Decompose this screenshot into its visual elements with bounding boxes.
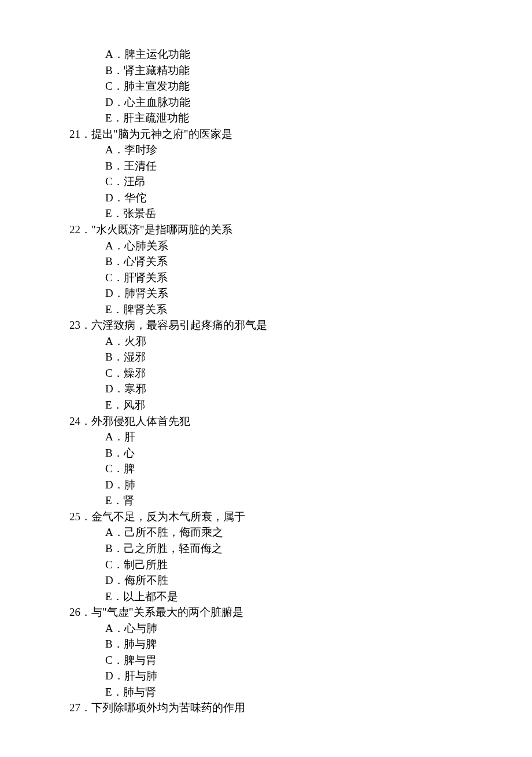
option: D．肺 [69, 477, 492, 493]
option-text: 风邪 [123, 399, 145, 411]
option-text: 汪昂 [124, 175, 146, 188]
option-label: A． [105, 144, 124, 156]
option: E．风邪 [69, 397, 492, 413]
question-stem: 22．"水火既济"是指哪两脏的关系 [69, 222, 492, 238]
option: C．制己所胜 [69, 557, 492, 573]
option: A．李时珍 [69, 142, 492, 158]
option-text: 心肾关系 [124, 255, 168, 267]
question-number: 27． [69, 701, 91, 714]
option-text: 肝与肺 [124, 670, 157, 682]
lead-option: A．脾主运化功能 [69, 46, 492, 63]
option-label: B． [105, 255, 124, 267]
option-label: A． [105, 240, 124, 252]
option-label: D． [105, 479, 124, 491]
document-content: A．脾主运化功能 B．肾主藏精功能 C．肺主宣发功能 D．心主血脉功能 E．肝主… [40, 46, 492, 716]
question-number: 25． [69, 510, 91, 523]
option-text: 肺与肾 [123, 686, 156, 698]
option-text: 湿邪 [124, 351, 146, 363]
option-text: 以上都不是 [123, 590, 178, 602]
option-text: 脾与胃 [124, 654, 157, 666]
option-text: 肺主宣发功能 [124, 80, 190, 92]
option: C．脾与胃 [69, 652, 492, 668]
option-text: 心与肺 [124, 622, 157, 634]
option: D．侮所不胜 [69, 572, 492, 589]
option-text: 肾主藏精功能 [124, 64, 190, 76]
option-text: 肝主疏泄功能 [123, 112, 189, 124]
question-text: 外邪侵犯人体首先犯 [91, 415, 190, 427]
option-text: 心肺关系 [124, 240, 168, 252]
option: B．己之所胜，轻而侮之 [69, 541, 492, 557]
option-label: A． [105, 622, 124, 634]
option-text: 华佗 [124, 192, 146, 204]
question-text: 金气不足，反为木气所衰，属于 [91, 510, 245, 523]
option: A．肝 [69, 429, 492, 445]
option-text: 肺 [124, 479, 135, 491]
option: A．心肺关系 [69, 238, 492, 254]
option-label: D． [105, 670, 124, 682]
option: D．华佗 [69, 190, 492, 206]
option: B．王清任 [69, 158, 492, 174]
question-stem: 26．与"气虚"关系最大的两个脏腑是 [69, 604, 492, 620]
question-number: 23． [69, 319, 91, 331]
question-text: "水火既济"是指哪两脏的关系 [91, 223, 232, 236]
question-number: 26． [69, 606, 91, 618]
option-text: 燥邪 [124, 367, 146, 379]
option-label: D． [105, 574, 124, 586]
option-label: D． [105, 96, 124, 108]
option: D．肺肾关系 [69, 285, 492, 302]
option-label: A． [105, 431, 124, 443]
option-label: C． [105, 558, 124, 571]
option-label: D． [105, 287, 124, 299]
option-label: A． [105, 48, 124, 60]
option-text: 己所不胜，侮而乘之 [124, 526, 223, 538]
option: E．张景岳 [69, 205, 492, 222]
option-label: E． [105, 207, 123, 219]
lead-option: D．心主血脉功能 [69, 94, 492, 111]
option-text: 脾主运化功能 [124, 48, 190, 60]
option-text: 肺肾关系 [124, 287, 168, 299]
option-text: 王清任 [124, 160, 157, 172]
option-label: E． [105, 303, 123, 315]
option-text: 脾 [124, 462, 135, 475]
option: C．肝肾关系 [69, 270, 492, 286]
option-label: B． [105, 542, 124, 554]
option-text: 肝肾关系 [124, 271, 168, 284]
option: A．己所不胜，侮而乘之 [69, 524, 492, 541]
option-text: 心 [124, 447, 135, 459]
lead-option: B．肾主藏精功能 [69, 63, 492, 79]
option-label: E． [105, 494, 123, 506]
option-text: 寒邪 [124, 383, 146, 395]
option-label: B． [105, 160, 124, 172]
option-label: B． [105, 638, 124, 650]
option-label: D． [105, 383, 124, 395]
option: C．汪昂 [69, 174, 492, 190]
option-label: C． [105, 80, 124, 92]
lead-option: C．肺主宣发功能 [69, 78, 492, 94]
option-text: 李时珍 [124, 144, 157, 156]
question-stem: 23．六淫致病，最容易引起疼痛的邪气是 [69, 317, 492, 333]
option-label: E． [105, 590, 123, 602]
option-text: 肾 [123, 494, 134, 506]
question-text: 提出"脑为元神之府"的医家是 [91, 128, 232, 140]
option: C．燥邪 [69, 365, 492, 381]
option-label: C． [105, 367, 124, 379]
question-stem: 25．金气不足，反为木气所衰，属于 [69, 509, 492, 525]
option-label: B． [105, 351, 124, 363]
option-label: B． [105, 64, 124, 76]
lead-option: E．肝主疏泄功能 [69, 110, 492, 126]
option-label: A． [105, 335, 124, 347]
question-number: 24． [69, 415, 91, 427]
option-text: 侮所不胜 [124, 574, 168, 586]
option: E．以上都不是 [69, 589, 492, 605]
option-text: 肝 [124, 431, 135, 443]
option: D．寒邪 [69, 381, 492, 397]
option: E．肾 [69, 493, 492, 509]
question-number: 22． [69, 223, 91, 236]
option-label: C． [105, 271, 124, 284]
question-stem: 24．外邪侵犯人体首先犯 [69, 413, 492, 429]
option: E．脾肾关系 [69, 302, 492, 318]
question-text: 与"气虚"关系最大的两个脏腑是 [91, 606, 243, 618]
question-number: 21． [69, 128, 91, 140]
option-label: C． [105, 462, 124, 475]
option-text: 张景岳 [123, 207, 156, 219]
